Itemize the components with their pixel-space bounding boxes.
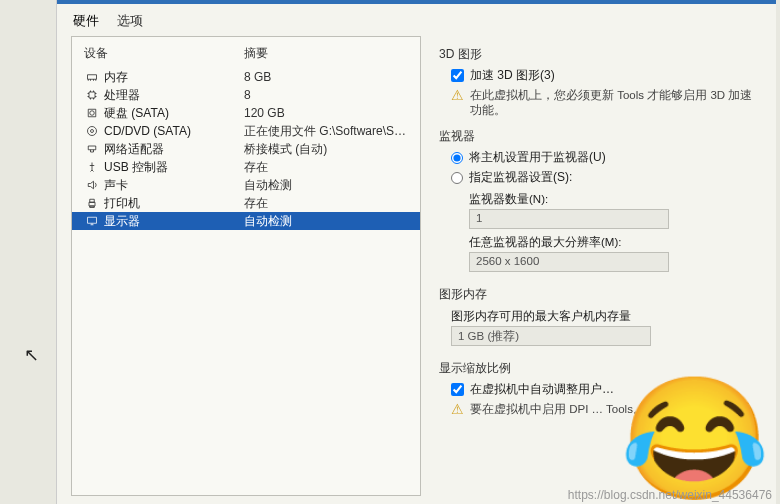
sound-icon (84, 179, 100, 191)
tools-warning-text: 在此虚拟机上，您必须更新 Tools 才能够启用 3D 加速功能。 (470, 88, 762, 118)
content: 设备 摘要 内存8 GB处理器8硬盘 (SATA)120 GBCD/DVD (S… (57, 36, 776, 504)
warning-icon: ⚠ (451, 88, 464, 118)
radio-specify[interactable]: 指定监视器设置(S): (451, 169, 762, 186)
display-icon (84, 215, 100, 227)
device-value: 正在使用文件 G:\Software\Sys... (244, 123, 408, 140)
disk-icon (84, 107, 100, 119)
radio-use-host-label: 将主机设置用于监视器(U) (469, 149, 606, 166)
tools-warning: ⚠ 在此虚拟机上，您必须更新 Tools 才能够启用 3D 加速功能。 (451, 88, 762, 118)
device-label: 内存 (104, 69, 244, 86)
device-value: 8 GB (244, 70, 408, 84)
monitor-count-label: 监视器数量(N): (469, 192, 762, 207)
printer-icon (84, 197, 100, 209)
device-row[interactable]: 硬盘 (SATA)120 GB (72, 104, 420, 122)
device-value: 存在 (244, 195, 408, 212)
memory-icon (84, 71, 100, 83)
device-row[interactable]: 声卡自动检测 (72, 176, 420, 194)
cpu-icon (84, 89, 100, 101)
device-label: 网络适配器 (104, 141, 244, 158)
radio-specify-label: 指定监视器设置(S): (469, 169, 572, 186)
dpi-warning: ⚠ 要在虚拟机中启用 DPI … Tools。 (451, 402, 762, 417)
autofit-input[interactable] (451, 383, 464, 396)
autofit-label: 在虚拟机中自动调整用户… (470, 381, 614, 398)
device-label: 显示器 (104, 213, 244, 230)
cd-icon (84, 125, 100, 137)
device-value: 自动检测 (244, 177, 408, 194)
radio-use-host-input[interactable] (451, 152, 463, 164)
col-device: 设备 (84, 45, 244, 62)
device-label: 处理器 (104, 87, 244, 104)
monitor-maxres-value: 2560 x 1600 (469, 252, 669, 272)
device-row[interactable]: CD/DVD (SATA)正在使用文件 G:\Software\Sys... (72, 122, 420, 140)
group-scaling-title: 显示缩放比例 (439, 360, 762, 377)
radio-use-host[interactable]: 将主机设置用于监视器(U) (451, 149, 762, 166)
group-monitor-title: 监视器 (439, 128, 762, 145)
device-row[interactable]: USB 控制器存在 (72, 158, 420, 176)
tab-options[interactable]: 选项 (115, 10, 145, 36)
col-summary: 摘要 (244, 45, 268, 62)
gmem-hint: 图形内存可用的最大客户机内存量 (451, 309, 762, 324)
device-row[interactable]: 显示器自动检测 (72, 212, 420, 230)
device-label: 打印机 (104, 195, 244, 212)
accelerate-3d-checkbox[interactable]: 加速 3D 图形(3) (451, 67, 762, 84)
warning-icon: ⚠ (451, 402, 464, 417)
device-row[interactable]: 打印机存在 (72, 194, 420, 212)
device-value: 120 GB (244, 106, 408, 120)
watermark: https://blog.csdn.net/weixin_44536476 (568, 488, 772, 502)
device-label: 硬盘 (SATA) (104, 105, 244, 122)
radio-specify-input[interactable] (451, 172, 463, 184)
device-label: CD/DVD (SATA) (104, 124, 244, 138)
accelerate-3d-label: 加速 3D 图形(3) (470, 67, 555, 84)
device-value: 存在 (244, 159, 408, 176)
accelerate-3d-input[interactable] (451, 69, 464, 82)
autofit-checkbox[interactable]: 在虚拟机中自动调整用户… (451, 381, 762, 398)
tabs: 硬件 选项 (57, 4, 776, 36)
nic-icon (84, 143, 100, 155)
device-row[interactable]: 内存8 GB (72, 68, 420, 86)
device-list-header: 设备 摘要 (72, 45, 420, 68)
monitor-maxres-label: 任意监视器的最大分辨率(M): (469, 235, 762, 250)
device-row[interactable]: 网络适配器桥接模式 (自动) (72, 140, 420, 158)
group-gmem-title: 图形内存 (439, 286, 762, 303)
device-label: 声卡 (104, 177, 244, 194)
device-row[interactable]: 处理器8 (72, 86, 420, 104)
display-settings: 3D 图形 加速 3D 图形(3) ⚠ 在此虚拟机上，您必须更新 Tools 才… (421, 36, 762, 496)
device-value: 自动检测 (244, 213, 408, 230)
device-label: USB 控制器 (104, 159, 244, 176)
device-list: 设备 摘要 内存8 GB处理器8硬盘 (SATA)120 GBCD/DVD (S… (71, 36, 421, 496)
monitor-count-value: 1 (469, 209, 669, 229)
gmem-value: 1 GB (推荐) (451, 326, 651, 346)
device-value: 桥接模式 (自动) (244, 141, 408, 158)
dpi-warning-text: 要在虚拟机中启用 DPI … Tools。 (470, 402, 645, 417)
vm-settings-window: 硬件 选项 设备 摘要 内存8 GB处理器8硬盘 (SATA)120 GBCD/… (56, 0, 776, 504)
device-value: 8 (244, 88, 408, 102)
group-3d-title: 3D 图形 (439, 46, 762, 63)
mouse-cursor-icon: ↖ (24, 344, 39, 366)
usb-icon (84, 161, 100, 173)
tab-hardware[interactable]: 硬件 (71, 10, 101, 36)
